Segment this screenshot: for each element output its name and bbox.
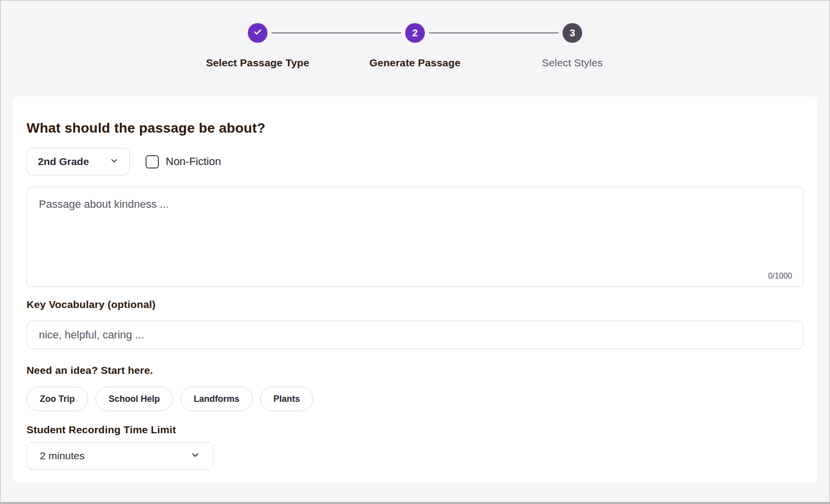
chevron-down-icon <box>190 450 200 462</box>
character-counter: 0/1000 <box>768 272 792 280</box>
idea-chips: Zoo Trip School Help Landforms Plants <box>27 387 803 411</box>
grade-select-value: 2nd Grade <box>38 156 89 168</box>
idea-chip-landforms[interactable]: Landforms <box>180 387 253 411</box>
idea-chip-plants[interactable]: Plants <box>260 387 313 411</box>
step-3-number: 3 <box>569 28 575 39</box>
check-icon <box>253 27 263 39</box>
idea-heading: Need an idea? Start here. <box>27 364 803 376</box>
page-title: What should the passage be about? <box>27 120 803 136</box>
idea-chip-school-help[interactable]: School Help <box>95 387 173 411</box>
passage-prompt-field: 0/1000 <box>27 187 803 287</box>
idea-chip-zoo-trip[interactable]: Zoo Trip <box>27 387 88 411</box>
step-3-circle: 3 <box>563 23 582 43</box>
grade-and-type-row: 2nd Grade Non-Fiction <box>27 148 803 175</box>
step-select-passage-type[interactable]: Select Passage Type <box>179 23 336 69</box>
stepper-connector-1 <box>271 32 401 33</box>
step-2-number: 2 <box>412 28 417 39</box>
recording-time-label: Student Recording Time Limit <box>27 424 803 436</box>
step-1-circle <box>248 23 267 43</box>
non-fiction-label: Non-Fiction <box>166 155 221 168</box>
recording-time-select[interactable]: 2 minutes <box>27 442 213 470</box>
stepper-connector-2 <box>429 32 559 33</box>
step-select-styles[interactable]: 3 Select Styles <box>494 23 651 69</box>
step-3-label: Select Styles <box>542 57 603 69</box>
step-2-label: Generate Passage <box>369 57 460 69</box>
wizard-stepper: Select Passage Type 2 Generate Passage 3… <box>179 0 651 69</box>
passage-prompt-textarea[interactable] <box>27 187 803 271</box>
generate-passage-card: What should the passage be about? 2nd Gr… <box>13 96 817 483</box>
step-1-label: Select Passage Type <box>206 57 309 69</box>
step-2-circle: 2 <box>405 23 425 43</box>
non-fiction-checkbox-group[interactable]: Non-Fiction <box>146 155 221 168</box>
grade-select[interactable]: 2nd Grade <box>27 148 130 175</box>
chevron-down-icon <box>110 156 119 167</box>
recording-time-value: 2 minutes <box>40 450 85 462</box>
key-vocabulary-input[interactable] <box>27 321 803 349</box>
step-generate-passage[interactable]: 2 Generate Passage <box>336 23 494 69</box>
key-vocabulary-label: Key Vocabulary (optional) <box>27 299 803 310</box>
non-fiction-checkbox[interactable] <box>146 155 159 168</box>
